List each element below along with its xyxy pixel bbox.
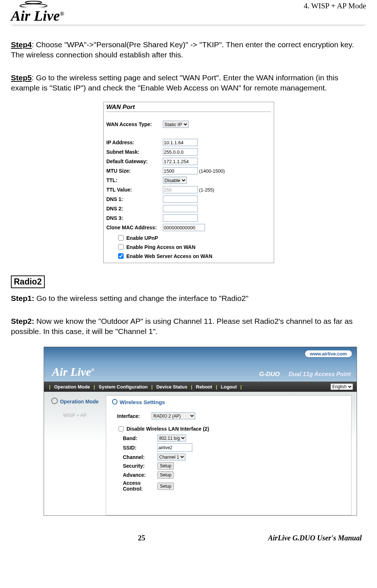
page-footer: 25 AirLive G.DUO User's Manual <box>11 523 366 546</box>
ttl-label: TTL: <box>107 177 163 183</box>
admin-logo: Air Live® <box>52 365 95 379</box>
ssid-label: SSID: <box>123 445 157 451</box>
gear-icon <box>51 398 58 404</box>
ip-input[interactable] <box>163 139 198 146</box>
step5-paragraph: Step5: Go to the wireless setting page a… <box>11 73 366 93</box>
upnp-checkbox[interactable] <box>118 235 124 241</box>
dns1-label: DNS 1: <box>107 196 163 202</box>
ttl-select[interactable]: Disable <box>163 177 187 184</box>
radio2-step1-paragraph: Step1: Go to the wireless setting and ch… <box>11 293 366 303</box>
logo-registered: ® <box>60 11 64 17</box>
ssid-input[interactable] <box>157 443 192 452</box>
band-select[interactable]: 802.11 b/g <box>157 435 186 442</box>
ping-label: Enable Ping Access on WAN <box>127 244 196 250</box>
wan-access-select[interactable]: Static IP <box>163 121 189 128</box>
channel-label: Channel: <box>123 454 157 460</box>
radio2-step1-text: Go to the wireless setting and change th… <box>34 294 248 302</box>
ring-icon <box>112 399 117 404</box>
wireless-settings-title: Wireless Settings <box>112 399 345 405</box>
dns3-label: DNS 3: <box>107 215 163 221</box>
webaccess-checkbox[interactable] <box>118 253 124 259</box>
gw-label: Default Gateway: <box>107 158 163 164</box>
radio2-step2-paragraph: Step2: Now we know the "Outdoor AP" is u… <box>11 316 366 337</box>
ttlv-range: (1-255) <box>199 187 214 193</box>
product-desc: Dual 11g Access Point <box>289 371 351 377</box>
clone-input[interactable] <box>163 224 205 231</box>
radio2-step2-text: Now we know the "Outdoor AP" is using Ch… <box>11 317 353 335</box>
disable-wlan-label: Disable Wireless LAN Interface (2) <box>127 426 209 432</box>
gw-input[interactable] <box>163 158 198 165</box>
mask-label: Subnet Mask: <box>107 149 163 155</box>
radio2-step2-label: Step2: <box>11 317 34 325</box>
interface-label: Interface: <box>117 413 152 419</box>
brand-logo: Air Live® <box>11 0 64 23</box>
manual-title: AirLive G.DUO User's Manual <box>268 534 362 542</box>
admin-sidebar: Operation Mode WISP + AP <box>44 392 106 515</box>
svg-point-0 <box>20 4 47 7</box>
interface-select[interactable]: RADIO 2 (AP) <box>152 412 195 419</box>
sidebar-mode-label: WISP + AP <box>44 412 106 418</box>
ip-label: IP Address: <box>107 140 163 145</box>
wan-title: WAN Port <box>107 104 271 111</box>
step4-text: : Choose "WPA"->"Personal(Pre Shared Key… <box>11 40 354 59</box>
product-line: G-DUO Dual 11g Access Point <box>259 371 351 378</box>
ttlv-label: TTL Value: <box>107 187 163 193</box>
menu-reboot[interactable]: Reboot <box>194 384 214 390</box>
security-setup-button[interactable]: Setup <box>157 462 174 470</box>
ping-checkbox[interactable] <box>118 244 124 250</box>
admin-content: Wireless Settings Interface: RADIO 2 (AP… <box>106 395 352 515</box>
wan-port-panel: WAN Port WAN Access Type: Static IP IP A… <box>103 102 274 263</box>
security-label: Security: <box>123 463 157 469</box>
ttlv-input[interactable] <box>163 186 198 193</box>
advance-setup-button[interactable]: Setup <box>157 471 174 479</box>
step5-text: : Go to the wireless setting page and se… <box>11 73 338 92</box>
admin-menubar: |Operation Mode |System Configuration |D… <box>44 382 357 392</box>
sidebar-operation-mode[interactable]: Operation Mode <box>44 397 106 404</box>
airlive-admin-panel: Air Live® www.airlive.com G-DUO Dual 11g… <box>44 347 357 516</box>
clone-label: Clone MAC Address: <box>107 225 163 230</box>
wan-divider <box>107 112 271 112</box>
step4-label: Step4 <box>11 40 32 49</box>
menu-device-status[interactable]: Device Status <box>154 384 189 390</box>
radio2-step1-label: Step1: <box>11 294 34 302</box>
channel-select[interactable]: Channel 1 <box>157 454 185 460</box>
webaccess-label: Enable Web Server Access on WAN <box>127 253 213 259</box>
dns2-label: DNS 2: <box>107 206 163 212</box>
access-control-label: Access Control: <box>123 480 157 492</box>
mtu-range: (1400-1500) <box>199 168 225 174</box>
wan-access-label: WAN Access Type: <box>107 121 163 127</box>
band-label: Band: <box>123 435 157 441</box>
language-select[interactable]: English <box>330 383 353 390</box>
radio2-heading: Radio2 <box>11 275 45 288</box>
menu-operation-mode[interactable]: Operation Mode <box>52 384 92 390</box>
mtu-input[interactable] <box>163 167 198 174</box>
dns1-input[interactable] <box>163 196 198 203</box>
upnp-label: Enable UPnP <box>127 235 158 241</box>
step5-label: Step5 <box>11 73 32 82</box>
logo-text: Air Live <box>11 8 60 24</box>
step4-paragraph: Step4: Choose "WPA"->"Personal(Pre Share… <box>11 40 366 60</box>
disable-wlan-checkbox[interactable] <box>119 426 124 431</box>
dns2-input[interactable] <box>163 205 198 212</box>
url-badge[interactable]: www.airlive.com <box>305 350 352 358</box>
admin-header: Air Live® www.airlive.com G-DUO Dual 11g… <box>44 347 357 382</box>
mask-input[interactable] <box>163 148 198 156</box>
access-setup-button[interactable]: Setup <box>157 483 174 490</box>
advance-label: Advance: <box>123 472 157 478</box>
svg-point-1 <box>25 1 41 4</box>
dns3-input[interactable] <box>163 214 198 222</box>
logo-swoosh-icon <box>19 0 48 7</box>
menu-system-config[interactable]: System Configuration <box>96 384 150 390</box>
menu-logout[interactable]: Logout <box>218 384 239 390</box>
product-model: G-DUO <box>259 371 280 378</box>
mtu-label: MTU Size: <box>107 168 163 174</box>
page-number: 25 <box>15 534 268 542</box>
chapter-title: 4. WISP + AP Mode <box>304 0 366 11</box>
